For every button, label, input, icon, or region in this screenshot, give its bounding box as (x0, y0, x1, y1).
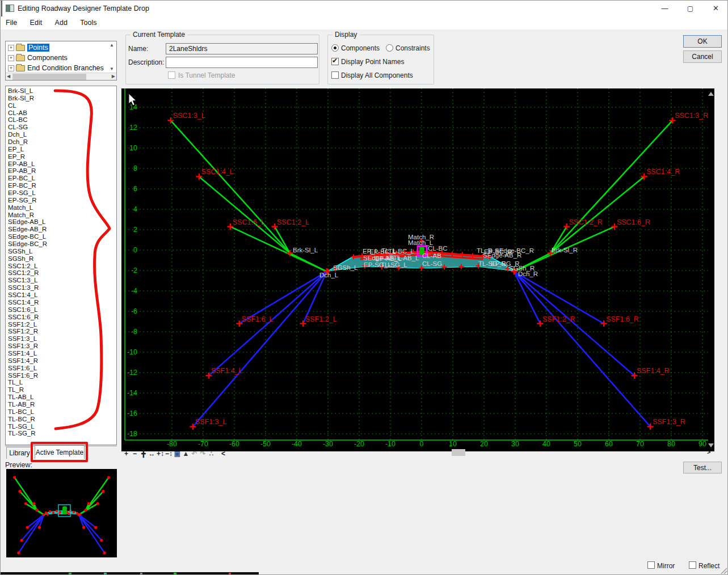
name-field[interactable]: 2LaneShldrs (166, 43, 318, 54)
point-list-item[interactable]: SSC1:2_L (6, 263, 116, 270)
point-list-item[interactable]: SSF1:2_L (6, 321, 116, 328)
window-area-icon[interactable]: ▣ (174, 450, 181, 458)
point-list-item[interactable]: TL-SG_L (6, 423, 116, 430)
expand-icon[interactable]: + (8, 55, 14, 61)
vertical-exaggeration-up-icon[interactable]: +↕ (157, 450, 164, 458)
fit-width-icon[interactable]: ↔ (148, 450, 155, 458)
components-radio[interactable] (331, 44, 339, 52)
point-list-item[interactable]: EP_R (6, 153, 116, 160)
expand-icon[interactable]: + (8, 65, 14, 71)
components-radio-label[interactable]: Components (341, 44, 380, 52)
undo-icon[interactable]: ↶ (191, 450, 198, 458)
close-button[interactable]: ✕ (703, 1, 728, 16)
point-list-item[interactable]: Brk-Sl_R (6, 95, 116, 102)
point-list-item[interactable]: Brk-Sl_L (6, 87, 116, 95)
tree-item-points[interactable]: +Points (6, 43, 108, 53)
point-list-item[interactable]: SEdge-BC_L (6, 233, 116, 240)
point-list-item[interactable]: SSF1:4_R (6, 357, 116, 365)
description-field[interactable] (166, 57, 318, 68)
point-list-item[interactable]: SSC1:4_L (6, 291, 116, 299)
zoom-out-icon[interactable]: − (131, 450, 138, 458)
zoom-in-icon[interactable]: + (123, 450, 130, 458)
point-list-item[interactable]: SSC1:3_L (6, 277, 116, 284)
display-point-names-checkbox[interactable]: ✔ (331, 58, 339, 65)
menu-tools[interactable]: Tools (75, 16, 102, 27)
menu-edit[interactable]: Edit (25, 16, 48, 27)
point-list-item[interactable]: EP-SG_R (6, 197, 116, 204)
expand-icon[interactable]: + (8, 45, 14, 51)
point-list-item[interactable]: SSC1:6_R (6, 314, 116, 321)
test-button[interactable]: Test... (683, 462, 722, 473)
point-list-item[interactable]: EP-BC_L (6, 175, 116, 182)
point-list-item[interactable]: TL-SG_R (6, 430, 116, 437)
tree-scroll-down-icon[interactable]: ▼ (108, 66, 116, 73)
tree-item-end-condition-branches[interactable]: +End Condition Branches (6, 63, 108, 73)
point-list-item[interactable]: CL-BC (6, 116, 116, 124)
point-list-item[interactable]: TL-BC_L (6, 408, 116, 416)
tab-active-template[interactable]: Active Template (35, 445, 85, 459)
point-list-item[interactable]: EP_L (6, 146, 116, 153)
title-bar[interactable]: Editing Roadway Designer Template Drop —… (1, 1, 728, 16)
point-list-item[interactable]: Match_R (6, 212, 116, 219)
point-list-item[interactable]: SSC1:2_R (6, 269, 116, 277)
point-list-item[interactable]: SSF1:6_R (6, 372, 116, 379)
point-list-item[interactable]: EP-SG_L (6, 189, 116, 197)
point-list-item[interactable]: EP-AB_L (6, 160, 116, 168)
point-list-item[interactable]: SEdge-BC_R (6, 240, 116, 248)
point-list-item[interactable]: Dch_L (6, 131, 116, 138)
tree-item-components[interactable]: +Components (6, 53, 108, 63)
vertical-exaggeration-down-icon[interactable]: −↕ (165, 450, 172, 458)
point-list-item[interactable]: TL_R (6, 386, 116, 394)
point-list-item[interactable]: SSF1:3_R (6, 343, 116, 350)
point-list-item[interactable]: CL-SG (6, 124, 116, 131)
display-all-components-label[interactable]: Display All Components (341, 71, 413, 79)
canvas-scroll-right-icon[interactable]: > (707, 449, 710, 455)
template-canvas[interactable]: 14121086420-2-4-6-8-10-12-14-16-18-80-70… (121, 88, 714, 451)
point-list-item[interactable]: SSF1:2_R (6, 328, 116, 335)
resize-grip[interactable] (719, 566, 727, 574)
fit-view-icon[interactable]: ▲ (182, 450, 190, 458)
point-list-item[interactable]: SEdge-AB_R (6, 226, 116, 233)
point-list-item[interactable]: CL (6, 102, 116, 109)
point-list-item[interactable]: EP-AB_R (6, 167, 116, 175)
minimize-button[interactable]: — (652, 1, 677, 16)
point-list-item[interactable]: CL-AB (6, 109, 116, 117)
tree-hscroll-thumb[interactable] (12, 74, 86, 80)
point-list-item[interactable]: Dch_R (6, 138, 116, 146)
center-point-icon[interactable]: ∴ (208, 450, 215, 458)
constraints-radio[interactable] (386, 44, 393, 52)
point-list-item[interactable]: Match_L (6, 204, 116, 212)
canvas-hscroll-thumb[interactable] (452, 449, 465, 456)
mirror-label[interactable]: Mirror (657, 562, 675, 570)
point-list-item[interactable]: SSF1:6_L (6, 365, 116, 372)
ok-button[interactable]: OK (683, 35, 722, 48)
point-list-item[interactable]: TL-AB_R (6, 401, 116, 408)
menu-file[interactable]: File (1, 16, 22, 27)
reflect-checkbox[interactable] (689, 561, 696, 569)
point-list-item[interactable]: SSC1:3_R (6, 284, 116, 291)
tree-hscrollbar[interactable]: ◀ ▶ (6, 73, 116, 80)
display-point-names-label[interactable]: Display Point Names (341, 58, 404, 66)
point-list-item[interactable]: TL_L (6, 379, 116, 386)
tree-scroll-right-icon[interactable]: ▶ (112, 74, 115, 79)
cancel-button[interactable]: Cancel (683, 50, 722, 63)
tree-scroll-up-icon[interactable]: ▲ (108, 42, 116, 49)
tree-vscrollbar[interactable]: ▲ ▼ (108, 42, 116, 73)
point-list-item[interactable]: SEdge-AB_L (6, 218, 116, 226)
scroll-left-icon[interactable]: < (220, 450, 227, 458)
pan-icon[interactable]: ╋ (140, 450, 147, 458)
point-list-item[interactable]: EP-BC_R (6, 182, 116, 189)
point-list-item[interactable]: SSC1:4_R (6, 299, 116, 306)
menu-add[interactable]: Add (50, 16, 73, 27)
point-list-item[interactable]: SGSh_L (6, 248, 116, 255)
point-list-item[interactable]: SSF1:4_L (6, 350, 116, 357)
point-list-item[interactable]: SGSh_R (6, 255, 116, 263)
point-list-item[interactable]: SSC1:6_L (6, 306, 116, 314)
point-list-item[interactable]: TL-BC_R (6, 416, 116, 423)
point-list-item[interactable]: TL-AB_L (6, 394, 116, 401)
maximize-button[interactable]: ▢ (677, 1, 703, 16)
mirror-checkbox[interactable] (647, 561, 655, 569)
point-list-item[interactable]: SSF1:3_L (6, 335, 116, 343)
constraints-radio-label[interactable]: Constraints (395, 44, 430, 52)
tab-library[interactable]: Library (6, 447, 33, 459)
